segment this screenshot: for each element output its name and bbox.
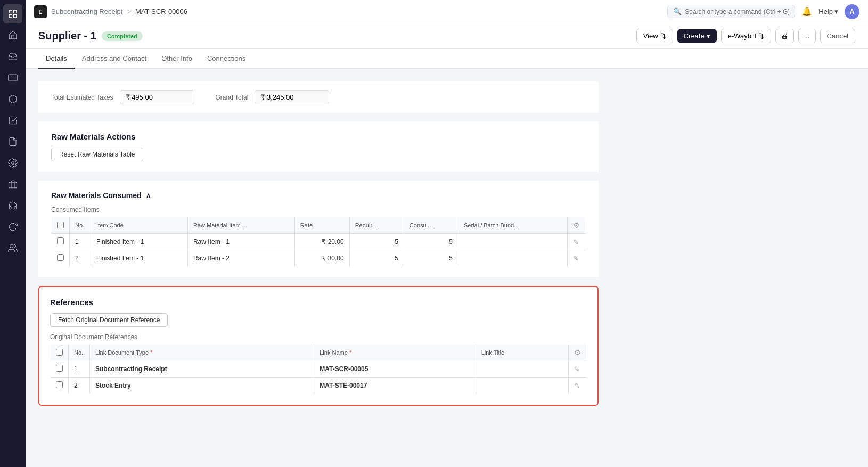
app-icon: E [34, 5, 47, 18]
ref-select-all[interactable] [56, 349, 63, 356]
ref-row1-edit-icon[interactable]: ✎ [574, 365, 580, 373]
sidebar-icon-billing[interactable] [3, 68, 22, 87]
tab-other-info[interactable]: Other Info [154, 49, 200, 69]
sidebar-icon-inbox[interactable] [3, 47, 22, 66]
cancel-button[interactable]: Cancel [820, 29, 855, 43]
breadcrumb-separator: > [127, 7, 131, 15]
col-raw-material-item: Raw Material Item ... [187, 217, 294, 234]
row2-no: 2 [70, 250, 91, 267]
ref-row2-checkbox [51, 378, 69, 394]
ref-row1-no: 1 [69, 361, 90, 378]
row1-no: 1 [70, 234, 91, 250]
consumed-items-label: Consumed Items [51, 206, 586, 214]
svg-point-6 [12, 162, 14, 165]
sidebar-icon-warehouse[interactable] [3, 175, 22, 194]
status-badge: Completed [102, 31, 143, 41]
help-button[interactable]: Help ▾ [818, 7, 838, 15]
select-all-checkbox[interactable] [57, 222, 64, 228]
ref-table-settings-icon[interactable]: ⚙ [574, 348, 581, 357]
original-doc-references-label: Original Document References [50, 333, 587, 341]
collapse-icon[interactable]: ∧ [146, 192, 151, 199]
row2-raw-material: Raw Item - 2 [187, 250, 294, 267]
ref-row2-link-name: MAT-STE-00017 [314, 378, 476, 394]
row2-checkbox [52, 250, 70, 267]
svg-rect-3 [14, 15, 17, 18]
svg-rect-0 [9, 10, 12, 13]
references-title: References [50, 298, 587, 307]
chevron-down-icon: ▾ [834, 7, 838, 15]
notification-bell-icon[interactable]: 🔔 [801, 6, 812, 17]
col-rate: Rate [294, 217, 349, 234]
ref-row1-select[interactable] [56, 365, 63, 372]
create-button[interactable]: Create ▾ [677, 29, 717, 43]
row2-consumed: 5 [404, 250, 458, 267]
ref-col-no: No. [69, 345, 90, 361]
search-input[interactable] [685, 8, 789, 15]
reset-raw-materials-button[interactable]: Reset Raw Materials Table [51, 148, 143, 161]
search-icon: 🔍 [673, 7, 682, 15]
row2-required: 5 [349, 250, 404, 267]
ref-col-link-doc-type: Link Document Type * [90, 345, 314, 361]
ewaybill-button[interactable]: e-Waybill ⇅ [721, 29, 771, 43]
content-inner: Total Estimated Taxes Grand Total Raw Ma… [26, 69, 611, 427]
row1-edit: ✎ [568, 234, 586, 250]
view-button[interactable]: View ⇅ [636, 29, 673, 43]
ref-row1-checkbox [51, 361, 69, 378]
ref-row2-no: 2 [69, 378, 90, 394]
chevron-down-icon: ▾ [707, 32, 710, 40]
tab-connections[interactable]: Connections [200, 49, 253, 69]
tab-address-contact[interactable]: Address and Contact [75, 49, 154, 69]
breadcrumb-current: MAT-SCR-00006 [135, 7, 187, 15]
fetch-original-doc-button[interactable]: Fetch Original Document Reference [50, 313, 168, 327]
row1-select[interactable] [57, 237, 64, 244]
row1-edit-icon[interactable]: ✎ [573, 238, 579, 246]
ref-row1-link-title [476, 361, 568, 378]
ref-row2-edit-icon[interactable]: ✎ [574, 382, 580, 390]
sidebar-icon-app[interactable] [3, 4, 22, 23]
row2-edit: ✎ [568, 250, 586, 267]
sidebar-icon-users[interactable] [3, 239, 22, 258]
ref-row2-link-title [476, 378, 568, 394]
user-avatar[interactable]: A [845, 4, 859, 19]
raw-materials-consumed-title: Raw Materials Consumed ∧ [51, 191, 586, 200]
page-content: Total Estimated Taxes Grand Total Raw Ma… [26, 69, 868, 467]
ref-row1-link-name: MAT-SCR-00005 [314, 361, 476, 378]
estimated-taxes-input[interactable] [120, 90, 194, 104]
content-header: Supplier - 1 Completed View ⇅ Create ▾ e… [26, 23, 868, 49]
col-no: No. [70, 217, 91, 234]
grand-total-input[interactable] [255, 90, 329, 104]
row2-select[interactable] [57, 254, 64, 261]
row1-item-code: Finished Item - 1 [91, 234, 188, 250]
estimated-taxes-label: Total Estimated Taxes [51, 94, 113, 101]
breadcrumb-parent[interactable]: Subcontracting Receipt [51, 7, 122, 15]
svg-rect-4 [9, 75, 18, 81]
ref-table-row: 1 Subcontracting Receipt MAT-SCR-00005 ✎ [51, 361, 587, 378]
row2-edit-icon[interactable]: ✎ [573, 255, 579, 263]
sidebar-icon-reports[interactable] [3, 132, 22, 151]
print-button[interactable]: 🖨 [775, 29, 794, 43]
sidebar-icon-home[interactable] [3, 26, 22, 45]
sidebar-icon-inventory[interactable] [3, 89, 22, 109]
sidebar-icon-settings[interactable] [3, 153, 22, 173]
chevron-icon-ewaybill: ⇅ [758, 32, 764, 40]
table-settings-icon[interactable]: ⚙ [573, 221, 580, 230]
references-table: No. Link Document Type * Link Name * Lin… [50, 344, 587, 394]
sidebar-icon-support[interactable] [3, 196, 22, 215]
search-box[interactable]: 🔍 [667, 5, 795, 18]
raw-materials-actions-section: Raw Materials Actions Reset Raw Material… [38, 121, 599, 172]
ref-col-gear: ⚙ [569, 345, 587, 361]
ref-row2-select[interactable] [56, 381, 63, 388]
sidebar-icon-refresh[interactable] [3, 217, 22, 236]
estimated-taxes-field: Total Estimated Taxes [51, 90, 194, 104]
ref-col-checkbox [51, 345, 69, 361]
table-row: 2 Finished Item - 1 Raw Item - 2 ₹ 30.00… [52, 250, 586, 267]
more-button[interactable]: ... [798, 29, 816, 43]
svg-rect-2 [9, 15, 12, 18]
consumed-items-table: No. Item Code Raw Material Item ... Rate… [51, 217, 586, 267]
references-header-row: No. Link Document Type * Link Name * Lin… [51, 345, 587, 361]
sidebar-icon-tasks[interactable] [3, 111, 22, 130]
raw-materials-actions-title: Raw Materials Actions [51, 132, 586, 141]
row1-rate: ₹ 20.00 [294, 234, 349, 250]
row1-raw-material: Raw Item - 1 [187, 234, 294, 250]
tab-details[interactable]: Details [38, 49, 75, 69]
